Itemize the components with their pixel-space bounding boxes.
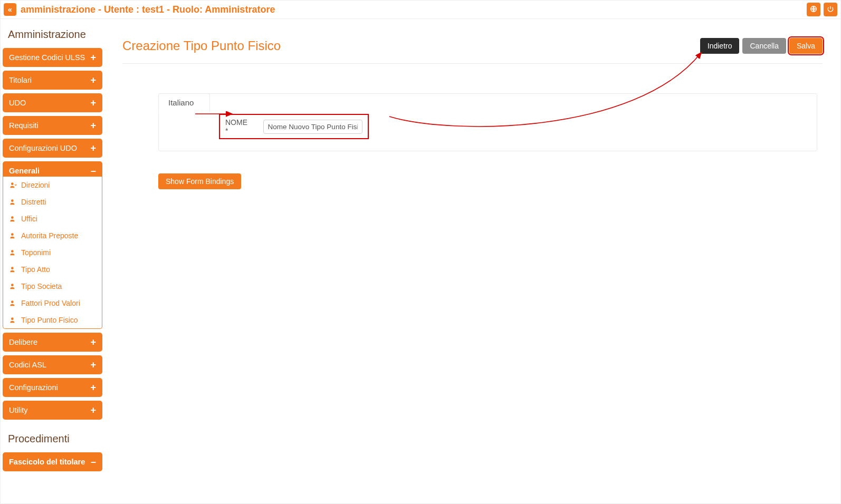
menu-group-gestione-codici-ulss[interactable]: Gestione Codici ULSS + — [3, 48, 102, 67]
topbar-title: amministrazione - Utente : test1 - Ruolo… — [21, 4, 275, 15]
svg-point-9 — [11, 317, 14, 320]
submenu-item-direzioni[interactable]: Direzioni — [3, 177, 102, 193]
person-icon — [9, 181, 17, 189]
submenu-item-tipo-atto[interactable]: Tipo Atto — [3, 261, 102, 278]
submenu-item-uffici[interactable]: Uffici — [3, 210, 102, 227]
logout-button[interactable] — [824, 3, 837, 16]
main-content: Creazione Tipo Punto Fisico Indietro Can… — [104, 19, 840, 504]
svg-point-1 — [11, 182, 14, 185]
submenu-label: Tipo Atto — [21, 265, 50, 274]
submenu-label: Autorita Preposte — [21, 231, 78, 240]
plus-icon: + — [90, 121, 96, 130]
svg-point-7 — [11, 284, 14, 286]
plus-icon: + — [90, 360, 96, 370]
menu-label: Titolari — [9, 76, 32, 84]
plus-icon: + — [90, 383, 96, 392]
submenu-label: Distretti — [21, 198, 46, 206]
plus-icon: + — [90, 75, 96, 85]
plus-icon: + — [90, 405, 96, 415]
menu-label: Configurazioni UDO — [9, 144, 77, 152]
submenu-label: Tipo Punto Fisico — [21, 316, 78, 324]
globe-icon — [810, 5, 817, 14]
minus-icon: – — [91, 457, 96, 467]
menu-label: Configurazioni — [9, 383, 58, 392]
menu-group-fascicolo-del-titolare[interactable]: Fascicolo del titolare – — [3, 452, 102, 471]
topbar-left: « amministrazione - Utente : test1 - Ruo… — [4, 3, 275, 16]
collapse-sidebar-button[interactable]: « — [4, 3, 16, 16]
submenu-item-autorita-preposte[interactable]: Autorita Preposte — [3, 227, 102, 244]
submenu-generali: Direzioni Distretti Uffici Autorita Prep… — [3, 177, 102, 329]
menu-label: Gestione Codici ULSS — [9, 53, 85, 62]
menu-label: UDO — [9, 99, 26, 107]
section-title-procedimenti: Procedimenti — [3, 423, 102, 452]
svg-point-5 — [11, 250, 14, 253]
field-row-nome: NOME * — [219, 114, 369, 139]
topbar-right — [807, 3, 837, 16]
submenu-item-distretti[interactable]: Distretti — [3, 193, 102, 210]
language-button[interactable] — [807, 3, 820, 16]
annotation-arrow-left — [194, 106, 236, 122]
menu-label: Delibere — [9, 338, 37, 346]
show-form-bindings-button[interactable]: Show Form Bindings — [158, 173, 241, 189]
save-button[interactable]: Salva — [789, 38, 823, 54]
menu-label: Fascicolo del titolare — [9, 458, 85, 466]
annotation-arrow-curve — [387, 48, 709, 138]
menu-label: Requisiti — [9, 121, 39, 130]
minus-icon: – — [91, 166, 96, 176]
header-actions: Indietro Cancella Salva — [700, 38, 823, 54]
chevron-left-icon: « — [8, 5, 12, 14]
submenu-item-tipo-societa[interactable]: Tipo Societa — [3, 278, 102, 295]
menu-label: Utility — [9, 406, 27, 414]
submenu-label: Direzioni — [21, 181, 50, 189]
section-title-amministrazione: Amministrazione — [3, 19, 102, 48]
topbar: « amministrazione - Utente : test1 - Ruo… — [1, 1, 840, 19]
menu-group-codici-asl[interactable]: Codici ASL + — [3, 355, 102, 374]
submenu-label: Toponimi — [21, 248, 51, 257]
submenu-label: Fattori Prod Valori — [21, 299, 80, 307]
menu-group-titolari[interactable]: Titolari + — [3, 71, 102, 90]
svg-point-4 — [11, 233, 14, 236]
svg-point-6 — [11, 267, 14, 269]
person-icon — [9, 266, 17, 273]
menu-group-configurazioni-udo[interactable]: Configurazioni UDO + — [3, 139, 102, 158]
svg-point-8 — [11, 301, 14, 303]
plus-icon: + — [90, 53, 96, 62]
menu-group-configurazioni[interactable]: Configurazioni + — [3, 378, 102, 397]
menu-group-udo[interactable]: UDO + — [3, 93, 102, 112]
plus-icon: + — [90, 143, 96, 153]
menu-group-requisiti[interactable]: Requisiti + — [3, 116, 102, 135]
submenu-item-tipo-punto-fisico[interactable]: Tipo Punto Fisico — [3, 312, 102, 328]
submenu-label: Uffici — [21, 215, 37, 223]
power-icon — [827, 5, 834, 14]
submenu-item-toponimi[interactable]: Toponimi — [3, 244, 102, 261]
plus-icon: + — [90, 98, 96, 108]
svg-point-3 — [11, 216, 14, 219]
person-icon — [9, 249, 17, 256]
person-icon — [9, 283, 17, 290]
nome-input[interactable] — [263, 120, 362, 134]
submenu-label: Tipo Societa — [21, 282, 62, 290]
submenu-item-fattori-prod-valori[interactable]: Fattori Prod Valori — [3, 295, 102, 312]
person-icon — [9, 198, 17, 206]
page-title: Creazione Tipo Punto Fisico — [122, 38, 281, 53]
svg-point-2 — [11, 199, 14, 202]
menu-group-delibere[interactable]: Delibere + — [3, 333, 102, 352]
cancel-button[interactable]: Cancella — [742, 38, 786, 54]
person-icon — [9, 215, 17, 222]
menu-label: Codici ASL — [9, 361, 46, 369]
sidebar: Amministrazione Gestione Codici ULSS + T… — [1, 19, 104, 504]
person-icon — [9, 299, 17, 307]
menu-label: Generali — [9, 167, 40, 175]
person-icon — [9, 316, 17, 324]
person-icon — [9, 232, 17, 239]
plus-icon: + — [90, 337, 96, 347]
menu-group-utility[interactable]: Utility + — [3, 401, 102, 420]
